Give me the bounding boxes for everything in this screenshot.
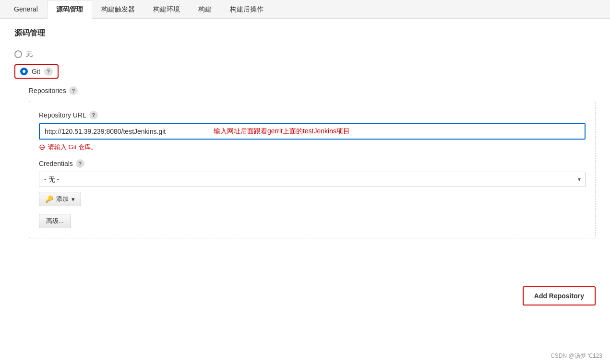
- page-title: 源码管理: [14, 28, 596, 38]
- tab-build[interactable]: 构建: [189, 0, 221, 19]
- page-content: 源码管理 无 Git ? Repositories ? Repository U…: [0, 19, 610, 258]
- credentials-select-row: - 无 - ▾: [39, 172, 586, 187]
- tab-source-management[interactable]: 源码管理: [47, 0, 92, 19]
- credentials-select-wrapper: - 无 - ▾: [39, 172, 586, 187]
- add-dropdown-icon: ▾: [72, 196, 75, 203]
- error-icon: ⊖: [39, 142, 45, 152]
- repositories-label-row: Repositories ?: [29, 86, 596, 95]
- tab-bar: General 源码管理 构建触发器 构建环境 构建 构建后操作: [0, 0, 610, 19]
- repository-url-help-icon[interactable]: ?: [89, 111, 98, 119]
- error-row: ⊖ 请输入 Git 仓库。: [39, 142, 586, 152]
- repositories-label: Repositories: [29, 87, 66, 94]
- add-credentials-label: 添加: [56, 195, 69, 203]
- bottom-bar: Add Repository: [0, 277, 610, 315]
- credentials-section: Credentials ? - 无 - ▾ 🔑 添加 ▾: [39, 159, 586, 206]
- repositories-help-icon[interactable]: ?: [69, 86, 78, 95]
- radio-none-option[interactable]: 无: [14, 50, 596, 59]
- radio-none-label: 无: [26, 50, 33, 59]
- radio-git-circle: [20, 68, 28, 75]
- git-help-icon[interactable]: ?: [44, 67, 53, 76]
- repo-url-input[interactable]: [40, 125, 208, 138]
- tab-build-triggers[interactable]: 构建触发器: [92, 0, 144, 19]
- credentials-help-icon[interactable]: ?: [76, 159, 84, 168]
- error-text: 请输入 Git 仓库。: [48, 143, 97, 152]
- tab-build-environment[interactable]: 构建环境: [144, 0, 189, 19]
- radio-none-circle: [14, 50, 22, 58]
- repository-url-label-row: Repository URL ?: [39, 111, 586, 119]
- git-radio-box: Git ?: [14, 64, 59, 79]
- repository-url-label: Repository URL: [39, 111, 86, 119]
- advanced-button[interactable]: 高级...: [39, 214, 71, 228]
- radio-git-label: Git: [32, 68, 40, 75]
- radio-group: 无 Git ?: [14, 50, 596, 79]
- key-icon: 🔑: [45, 195, 53, 203]
- credentials-select[interactable]: - 无 -: [39, 172, 586, 187]
- tab-general[interactable]: General: [5, 0, 47, 19]
- credentials-label: Credentials: [39, 160, 73, 167]
- repo-url-row: 输入网址后面跟着gerrit上面的testJenkins项目: [39, 123, 586, 140]
- radio-git-option[interactable]: Git ?: [14, 64, 596, 79]
- repo-url-annotation: 输入网址后面跟着gerrit上面的testJenkins项目: [208, 124, 585, 139]
- add-repository-button[interactable]: Add Repository: [523, 286, 596, 305]
- add-credentials-button[interactable]: 🔑 添加 ▾: [39, 192, 81, 206]
- tab-post-build[interactable]: 构建后操作: [221, 0, 273, 19]
- credentials-label-row: Credentials ?: [39, 159, 586, 168]
- repositories-box: Repository URL ? 输入网址后面跟着gerrit上面的testJe…: [29, 101, 596, 238]
